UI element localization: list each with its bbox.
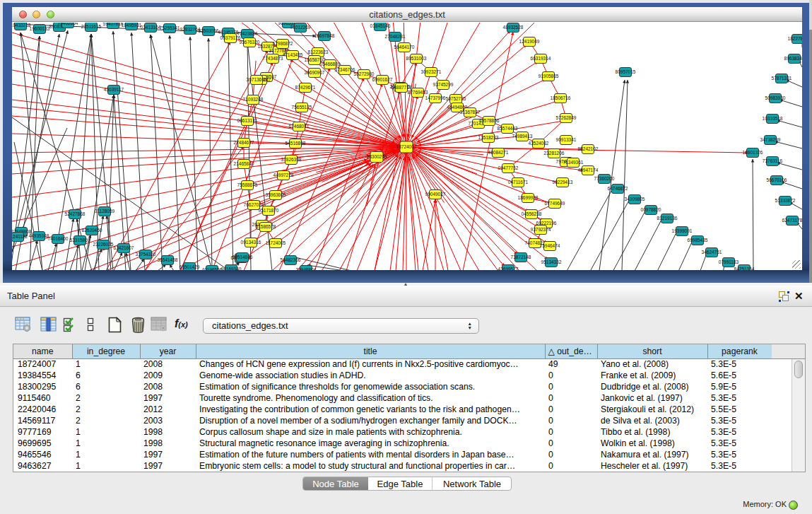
svg-text:13518233: 13518233 [478,135,499,140]
svg-text:69985435: 69985435 [688,238,708,243]
svg-text:49947174: 49947174 [578,168,599,173]
svg-text:89638346: 89638346 [784,56,802,61]
svg-text:87429671: 87429671 [295,85,316,90]
svg-text:10801326: 10801326 [743,150,763,155]
svg-text:69222196: 69222196 [536,221,557,226]
svg-text:00978820: 00978820 [641,207,661,212]
svg-text:44935348: 44935348 [29,233,49,238]
svg-text:11724005: 11724005 [266,240,286,245]
svg-text:71012269: 71012269 [290,25,311,30]
svg-text:33963605: 33963605 [266,192,286,197]
svg-text:08613171: 08613171 [237,118,258,123]
svg-text:04556238: 04556238 [522,211,542,216]
svg-text:33754330: 33754330 [136,252,156,257]
svg-text:19600133: 19600133 [30,26,50,31]
svg-text:99049027: 99049027 [425,192,446,197]
svg-text:59514846: 59514846 [233,255,253,259]
svg-text:87769453: 87769453 [408,90,428,95]
svg-text:75588675: 75588675 [237,182,258,187]
svg-text:91905865: 91905865 [539,74,559,78]
svg-text:40084271: 40084271 [488,150,509,155]
svg-text:36713695: 36713695 [247,77,267,82]
svg-text:56464170: 56464170 [394,45,415,49]
svg-text:80957015: 80957015 [616,69,636,74]
svg-text:63421607: 63421607 [114,245,134,250]
svg-text:36541458: 36541458 [158,257,178,262]
svg-text:18300295: 18300295 [367,154,387,159]
svg-text:18495931: 18495931 [122,23,142,28]
svg-text:47143455: 47143455 [283,52,303,57]
svg-text:75655125: 75655125 [292,105,312,110]
svg-text:37346706: 37346706 [335,67,355,72]
svg-text:95134332: 95134332 [541,259,562,264]
svg-text:01845146: 01845146 [370,23,391,28]
svg-text:75946474: 75946474 [540,243,560,248]
svg-text:43039117: 43039117 [104,87,124,92]
svg-text:18506716: 18506716 [551,95,571,100]
svg-text:29946804: 29946804 [296,267,317,270]
svg-text:27484677: 27484677 [234,140,254,145]
svg-text:62473178: 62473178 [782,218,802,223]
svg-text:23226025: 23226025 [93,242,114,247]
svg-text:85574443: 85574443 [498,126,518,131]
svg-text:30923271: 30923271 [421,69,442,74]
svg-text:53315869: 53315869 [70,238,90,243]
svg-text:36690967: 36690967 [305,70,325,75]
svg-text:75255341: 75255341 [160,25,180,30]
svg-text:93676320: 93676320 [240,40,260,45]
svg-text:92832764: 92832764 [180,27,201,32]
svg-text:10433218: 10433218 [12,23,31,28]
svg-text:50752735: 50752735 [446,96,466,101]
svg-text:09477752: 09477752 [498,165,519,170]
svg-text:68501429: 68501429 [180,264,200,269]
svg-text:31367837: 31367837 [460,110,481,115]
svg-text:34738299: 34738299 [760,137,781,142]
svg-text:83242102: 83242102 [578,146,599,151]
svg-text:71093248: 71093248 [243,97,264,102]
svg-text:95171870: 95171870 [259,208,279,213]
svg-text:77360260: 77360260 [594,176,615,181]
svg-text:12419049: 12419049 [519,39,540,44]
svg-text:10310518: 10310518 [763,116,783,121]
svg-text:09134316: 09134316 [241,240,261,245]
svg-text:64746872: 64746872 [608,186,628,191]
svg-text:54516808: 54516808 [286,141,306,146]
svg-text:73763116: 73763116 [763,158,783,163]
svg-text:64887719: 64887719 [392,85,412,90]
svg-text:82620450: 82620450 [82,228,102,233]
svg-text:67468071: 67468071 [289,124,310,129]
svg-text:90913341: 90913341 [556,137,577,142]
svg-text:57986872: 57986872 [273,41,293,46]
svg-text:19399091: 19399091 [672,228,693,233]
svg-text:21465840: 21465840 [234,161,254,166]
svg-text:98169340: 98169340 [221,267,242,270]
svg-text:00379176: 00379176 [220,35,241,40]
svg-text:90229413: 90229413 [553,180,573,185]
svg-text:56482366: 56482366 [281,257,301,262]
svg-text:71349361: 71349361 [563,160,584,165]
svg-text:83503056: 83503056 [199,28,219,33]
svg-text:37826398: 37826398 [281,157,302,162]
svg-text:81219136: 81219136 [657,216,678,221]
svg-text:41241182: 41241182 [12,234,28,239]
svg-text:57262849: 57262849 [556,115,577,120]
svg-text:77434873: 77434873 [263,56,283,61]
svg-text:56670106: 56670106 [767,177,787,182]
svg-text:84251354: 84251354 [734,267,755,270]
svg-text:34624751: 34624751 [702,250,722,255]
svg-text:44997278: 44997278 [273,173,294,177]
svg-text:80531003: 80531003 [406,56,427,61]
svg-text:74989413: 74989413 [512,134,533,139]
svg-text:16697848: 16697848 [314,33,335,38]
svg-text:18724007: 18724007 [396,144,417,149]
svg-text:07991183: 07991183 [719,259,739,264]
svg-text:18227824: 18227824 [788,36,802,41]
svg-text:43699577: 43699577 [498,267,519,270]
svg-text:01128059: 01128059 [95,209,115,214]
svg-text:66319314: 66319314 [531,56,551,61]
svg-text:57871331: 57871331 [772,76,792,81]
svg-text:40196556: 40196556 [202,267,223,270]
svg-text:51333872: 51333872 [775,198,796,203]
svg-text:50983930: 50983930 [765,95,786,100]
svg-text:93792374: 93792374 [531,227,551,232]
